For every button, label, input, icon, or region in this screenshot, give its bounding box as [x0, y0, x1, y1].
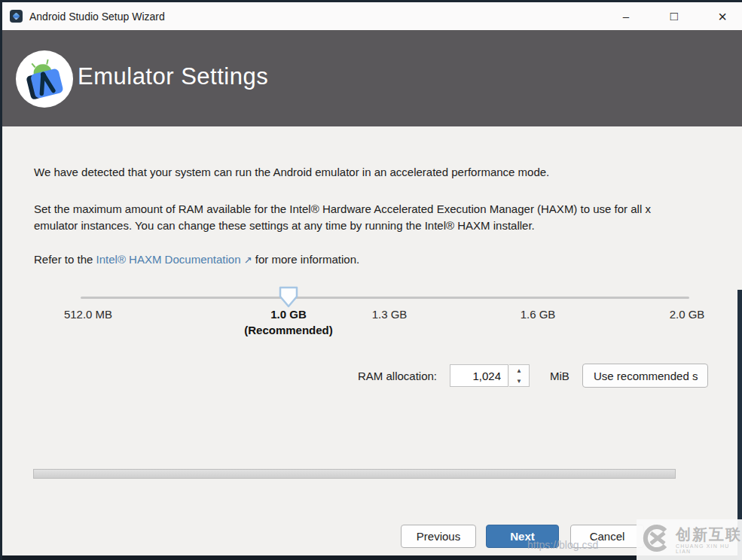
android-studio-logo	[15, 50, 74, 108]
ram-slider-track[interactable]	[81, 297, 689, 299]
doc-line-prefix: Refer to the	[34, 253, 96, 266]
close-icon[interactable]: ×	[712, 6, 733, 27]
slider-label-1-3gb: 1.3 GB	[372, 308, 408, 321]
ram-slider-thumb[interactable]	[279, 286, 298, 308]
blog-url-watermark: https://blog.csd	[527, 539, 598, 551]
haxm-description-line1: Set the maximum amount of RAM available …	[34, 201, 731, 218]
wizard-progress-bar	[33, 469, 676, 479]
spinner-down-icon[interactable]: ▼	[509, 376, 529, 386]
maximize-icon[interactable]: □	[664, 6, 685, 27]
brand-name-pinyin: CHUANG XIN HU LIAN	[676, 543, 742, 554]
haxm-documentation-link[interactable]: Intel® HAXM Documentation	[96, 253, 241, 266]
setup-wizard-window: Android Studio Setup Wizard – □ ×	[0, 0, 742, 560]
ram-allocation-input[interactable]	[450, 364, 508, 387]
haxm-description: Set the maximum amount of RAM available …	[34, 201, 731, 234]
use-recommended-size-button[interactable]: Use recommended s	[582, 364, 708, 388]
external-link-icon: ↗	[244, 254, 252, 266]
slider-label-1-6gb: 1.6 GB	[521, 308, 556, 321]
wizard-header: Emulator Settings	[2, 30, 742, 126]
haxm-description-line2: emulator instances. You can change these…	[34, 218, 731, 234]
title-bar: Android Studio Setup Wizard – □ ×	[2, 2, 742, 30]
ram-spinner: ▲ ▼	[509, 364, 530, 387]
slider-label-1gb: 1.0 GB	[270, 308, 307, 321]
brand-name: 创新互联	[676, 526, 742, 543]
previous-button[interactable]: Previous	[401, 525, 476, 548]
brand-watermark: 创新互联 CHUANG XIN HU LIAN	[637, 519, 742, 560]
android-studio-app-icon	[10, 10, 23, 23]
ram-allocation-label: RAM allocation:	[286, 370, 437, 382]
doc-line-suffix: for more information.	[252, 253, 360, 266]
detection-message: We have detected that your system can ru…	[34, 166, 549, 178]
brand-logo-icon	[641, 523, 671, 556]
ram-unit-label: MiB	[550, 370, 569, 382]
slider-label-512mb: 512.0 MB	[64, 308, 112, 321]
spinner-up-icon[interactable]: ▲	[509, 365, 529, 376]
minimize-icon[interactable]: –	[615, 6, 637, 27]
slider-label-2gb: 2.0 GB	[670, 308, 705, 321]
window-title: Android Studio Setup Wizard	[29, 11, 165, 23]
slider-recommended-note: (Recommended)	[244, 324, 333, 336]
documentation-line: Refer to the Intel® HAXM Documentation ↗…	[34, 253, 359, 266]
page-title: Emulator Settings	[78, 63, 268, 90]
